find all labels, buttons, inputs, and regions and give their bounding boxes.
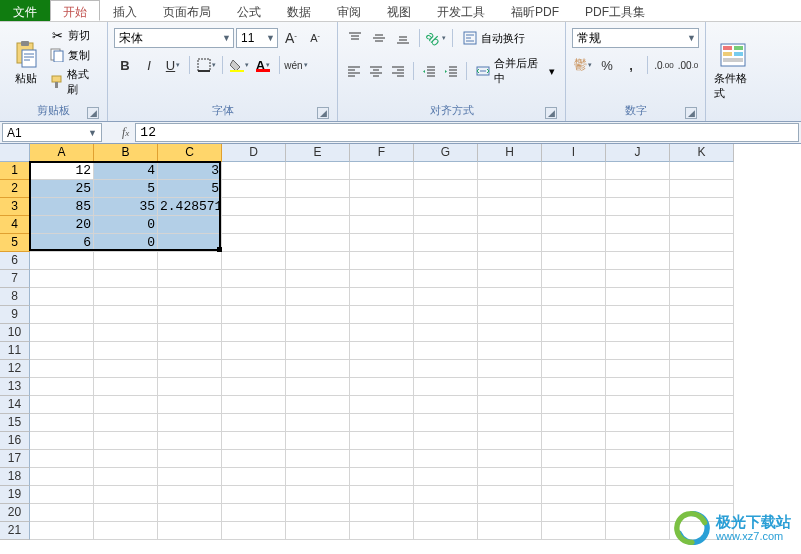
column-header[interactable]: F bbox=[350, 144, 414, 162]
cell[interactable] bbox=[478, 414, 542, 432]
cell[interactable] bbox=[286, 360, 350, 378]
column-header[interactable]: J bbox=[606, 144, 670, 162]
align-bottom-button[interactable] bbox=[392, 28, 414, 48]
cell[interactable] bbox=[542, 234, 606, 252]
cell[interactable] bbox=[478, 450, 542, 468]
cell[interactable] bbox=[222, 288, 286, 306]
cell[interactable] bbox=[670, 234, 734, 252]
cell[interactable] bbox=[542, 378, 606, 396]
cell[interactable] bbox=[158, 360, 222, 378]
cell[interactable] bbox=[542, 162, 606, 180]
cell[interactable] bbox=[542, 306, 606, 324]
tab-data[interactable]: 数据 bbox=[274, 0, 324, 21]
increase-decimal-button[interactable]: .0.00 bbox=[653, 55, 675, 75]
cell[interactable] bbox=[350, 234, 414, 252]
cell[interactable] bbox=[414, 252, 478, 270]
cell[interactable] bbox=[350, 270, 414, 288]
cell[interactable] bbox=[478, 216, 542, 234]
cell[interactable] bbox=[670, 486, 734, 504]
cell[interactable] bbox=[606, 522, 670, 540]
cell[interactable] bbox=[222, 324, 286, 342]
cell[interactable] bbox=[414, 216, 478, 234]
font-size-combo[interactable]: 11▼ bbox=[236, 28, 278, 48]
name-box[interactable]: A1 ▼ bbox=[2, 123, 102, 142]
cell[interactable] bbox=[222, 486, 286, 504]
cell[interactable]: 25 bbox=[30, 180, 94, 198]
bold-button[interactable]: B bbox=[114, 55, 136, 75]
cell[interactable] bbox=[158, 288, 222, 306]
cell[interactable] bbox=[286, 378, 350, 396]
cell[interactable] bbox=[414, 432, 478, 450]
align-center-button[interactable] bbox=[366, 61, 386, 81]
accounting-format-button[interactable]: 鬱▾ bbox=[572, 55, 594, 75]
cell[interactable] bbox=[30, 342, 94, 360]
cell[interactable] bbox=[94, 378, 158, 396]
cell[interactable] bbox=[94, 306, 158, 324]
tab-formulas[interactable]: 公式 bbox=[224, 0, 274, 21]
cell[interactable] bbox=[30, 504, 94, 522]
wrap-text-button[interactable]: 自动换行 bbox=[458, 29, 548, 47]
font-color-button[interactable]: A ▾ bbox=[252, 55, 274, 75]
cell[interactable] bbox=[286, 504, 350, 522]
cell[interactable] bbox=[286, 252, 350, 270]
cell[interactable] bbox=[222, 360, 286, 378]
cell[interactable] bbox=[542, 180, 606, 198]
cell[interactable] bbox=[158, 306, 222, 324]
grow-font-button[interactable]: Aˆ bbox=[280, 28, 302, 48]
cell[interactable] bbox=[414, 522, 478, 540]
cell[interactable] bbox=[94, 324, 158, 342]
cell[interactable]: 35 bbox=[94, 198, 158, 216]
cell[interactable] bbox=[670, 252, 734, 270]
column-header[interactable]: H bbox=[478, 144, 542, 162]
cell[interactable] bbox=[478, 198, 542, 216]
cell[interactable] bbox=[286, 234, 350, 252]
cell[interactable] bbox=[542, 450, 606, 468]
cell[interactable] bbox=[222, 198, 286, 216]
cell[interactable] bbox=[542, 198, 606, 216]
underline-button[interactable]: U▾ bbox=[162, 55, 184, 75]
cell[interactable] bbox=[414, 378, 478, 396]
cell[interactable] bbox=[286, 306, 350, 324]
align-top-button[interactable] bbox=[344, 28, 366, 48]
cell[interactable] bbox=[286, 198, 350, 216]
cell[interactable] bbox=[222, 522, 286, 540]
cell[interactable] bbox=[414, 198, 478, 216]
cell[interactable] bbox=[350, 180, 414, 198]
cell[interactable] bbox=[30, 306, 94, 324]
cell[interactable]: 85 bbox=[30, 198, 94, 216]
conditional-format-button[interactable]: 条件格式 bbox=[712, 24, 754, 117]
cell[interactable] bbox=[158, 396, 222, 414]
tab-review[interactable]: 审阅 bbox=[324, 0, 374, 21]
cell[interactable] bbox=[350, 342, 414, 360]
cell[interactable] bbox=[606, 252, 670, 270]
cell[interactable] bbox=[414, 324, 478, 342]
cell[interactable] bbox=[30, 270, 94, 288]
cell[interactable] bbox=[350, 360, 414, 378]
cell[interactable] bbox=[222, 504, 286, 522]
cell[interactable] bbox=[30, 432, 94, 450]
align-left-button[interactable] bbox=[344, 61, 364, 81]
cell[interactable] bbox=[478, 270, 542, 288]
format-painter-button[interactable]: 格式刷 bbox=[45, 66, 101, 98]
cell[interactable] bbox=[350, 198, 414, 216]
cell[interactable] bbox=[350, 216, 414, 234]
cell[interactable] bbox=[94, 486, 158, 504]
formula-input[interactable]: 12 bbox=[135, 123, 799, 142]
cell[interactable] bbox=[94, 414, 158, 432]
row-header[interactable]: 18 bbox=[0, 468, 30, 486]
row-header[interactable]: 21 bbox=[0, 522, 30, 540]
cell[interactable] bbox=[222, 162, 286, 180]
cell[interactable] bbox=[414, 162, 478, 180]
cell[interactable] bbox=[414, 342, 478, 360]
alignment-launcher[interactable]: ◢ bbox=[545, 107, 557, 119]
row-header[interactable]: 17 bbox=[0, 450, 30, 468]
cell[interactable] bbox=[30, 414, 94, 432]
cell[interactable]: 2.428571 bbox=[158, 198, 222, 216]
cell[interactable] bbox=[606, 450, 670, 468]
row-header[interactable]: 13 bbox=[0, 378, 30, 396]
cell[interactable] bbox=[30, 252, 94, 270]
font-name-combo[interactable]: 宋体▼ bbox=[114, 28, 234, 48]
cell[interactable] bbox=[222, 342, 286, 360]
cell[interactable] bbox=[222, 306, 286, 324]
cell[interactable] bbox=[542, 396, 606, 414]
